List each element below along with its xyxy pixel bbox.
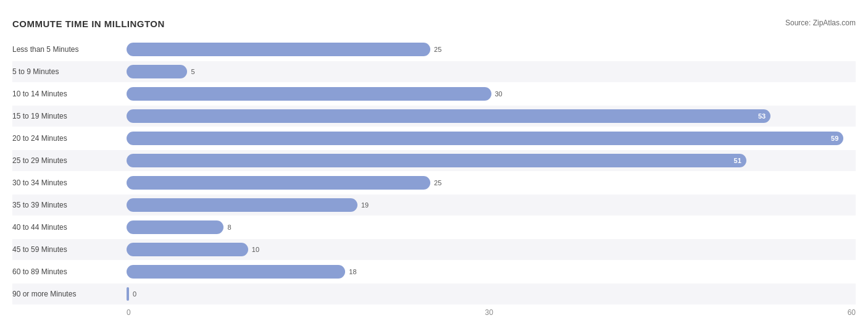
bar-label: 90 or more Minutes (12, 290, 127, 298)
bar-track: 25 (127, 172, 856, 193)
bar-fill (127, 220, 223, 234)
bar-row: 15 to 19 Minutes53 (12, 106, 856, 127)
bar-value: 18 (349, 268, 356, 275)
bar-label: 45 to 59 Minutes (12, 245, 127, 254)
bar-value: 59 (831, 135, 843, 142)
x-tick: 60 (848, 308, 856, 317)
bar-value: 19 (361, 201, 369, 209)
bar-track: 5 (127, 61, 856, 82)
bar-label: 10 to 14 Minutes (12, 90, 127, 98)
bar-value: 51 (734, 157, 746, 164)
bar-row: 35 to 39 Minutes19 (12, 195, 856, 216)
bar-fill: 53 (127, 109, 770, 123)
bar-track: 53 (127, 106, 856, 127)
bar-fill (127, 287, 129, 301)
bar-fill (127, 176, 430, 190)
bar-row: 45 to 59 Minutes10 (12, 239, 856, 260)
bar-value: 53 (758, 112, 770, 120)
bar-track: 59 (127, 128, 856, 149)
bar-fill (127, 265, 345, 279)
bar-row: 20 to 24 Minutes59 (12, 128, 856, 149)
bar-label: 60 to 89 Minutes (12, 267, 127, 276)
bar-row: 5 to 9 Minutes5 (12, 61, 856, 82)
bar-track: 19 (127, 195, 856, 216)
bar-fill (127, 43, 430, 56)
bar-value: 5 (191, 68, 194, 75)
bar-fill (127, 87, 491, 101)
bar-track: 0 (127, 283, 856, 304)
bar-value: 10 (252, 246, 259, 253)
x-tick: 30 (485, 308, 493, 317)
bar-row: Less than 5 Minutes25 (12, 39, 856, 60)
bar-label: 5 to 9 Minutes (12, 67, 127, 76)
bar-value: 30 (495, 90, 503, 98)
chart-container: COMMUTE TIME IN MILLINGTON Source: ZipAt… (12, 12, 856, 323)
chart-area: Less than 5 Minutes255 to 9 Minutes510 t… (12, 39, 856, 304)
bar-label: 20 to 24 Minutes (12, 134, 127, 143)
chart-source: Source: ZipAtlas.com (785, 19, 856, 27)
bar-fill: 51 (127, 154, 746, 167)
bar-fill (127, 243, 248, 256)
x-tick: 0 (127, 308, 131, 317)
bar-fill (127, 65, 187, 78)
x-axis-inner: 03060 (127, 308, 856, 317)
bar-track: 18 (127, 261, 856, 282)
bar-label: 40 to 44 Minutes (12, 223, 127, 232)
bar-fill (127, 198, 357, 212)
bar-label: 30 to 34 Minutes (12, 178, 127, 187)
bar-row: 30 to 34 Minutes25 (12, 172, 856, 193)
bar-row: 60 to 89 Minutes18 (12, 261, 856, 282)
bar-value: 0 (133, 290, 136, 298)
x-axis: 03060 (12, 308, 856, 317)
chart-header: COMMUTE TIME IN MILLINGTON Source: ZipAt… (12, 19, 856, 29)
bar-label: 35 to 39 Minutes (12, 201, 127, 209)
bar-value: 25 (434, 179, 441, 187)
bar-track: 25 (127, 39, 856, 60)
bar-track: 8 (127, 217, 856, 238)
bar-value: 25 (434, 46, 441, 53)
bar-row: 90 or more Minutes0 (12, 283, 856, 304)
chart-title: COMMUTE TIME IN MILLINGTON (12, 19, 165, 29)
bar-row: 25 to 29 Minutes51 (12, 150, 856, 171)
bar-row: 40 to 44 Minutes8 (12, 217, 856, 238)
bar-label: 15 to 19 Minutes (12, 112, 127, 120)
bar-track: 30 (127, 83, 856, 104)
bar-row: 10 to 14 Minutes30 (12, 83, 856, 104)
bar-value: 8 (227, 224, 231, 231)
bar-label: 25 to 29 Minutes (12, 156, 127, 165)
bar-track: 51 (127, 150, 856, 171)
bar-label: Less than 5 Minutes (12, 45, 127, 54)
bar-fill: 59 (127, 132, 843, 145)
bar-track: 10 (127, 239, 856, 260)
